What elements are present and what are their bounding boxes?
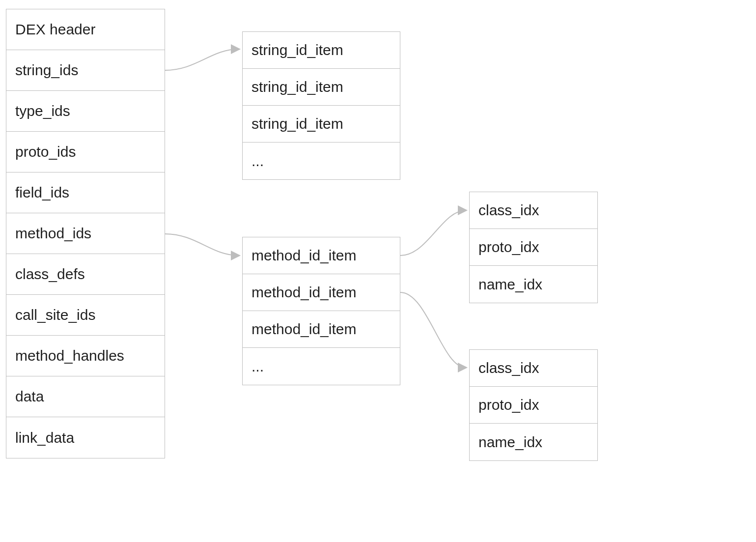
method-id-item: method_id_item bbox=[243, 311, 400, 348]
method-detail-field: name_idx bbox=[470, 424, 597, 460]
dex-section: type_ids bbox=[6, 91, 165, 132]
method-id-list-box: method_id_item method_id_item method_id_… bbox=[242, 237, 400, 385]
dex-section: link_data bbox=[6, 417, 165, 458]
dex-section: field_ids bbox=[6, 172, 165, 213]
method-detail-field: class_idx bbox=[470, 192, 597, 229]
method-detail-field: name_idx bbox=[470, 266, 597, 303]
method-detail-field: proto_idx bbox=[470, 229, 597, 266]
dex-section: proto_ids bbox=[6, 132, 165, 172]
method-id-item: method_id_item bbox=[243, 274, 400, 311]
diagram-canvas: DEX header string_ids type_ids proto_ids… bbox=[0, 0, 756, 542]
arrow-method-item-bottom bbox=[400, 292, 466, 368]
arrow-method-ids bbox=[165, 234, 239, 256]
method-detail-box-1: class_idx proto_idx name_idx bbox=[469, 192, 598, 303]
dex-section: method_handles bbox=[6, 336, 165, 376]
dex-section: method_ids bbox=[6, 213, 165, 254]
method-detail-field: class_idx bbox=[470, 350, 597, 387]
string-id-list-box: string_id_item string_id_item string_id_… bbox=[242, 31, 400, 180]
dex-section: data bbox=[6, 376, 165, 417]
method-detail-field: proto_idx bbox=[470, 387, 597, 424]
method-detail-box-2: class_idx proto_idx name_idx bbox=[469, 349, 598, 461]
dex-section: DEX header bbox=[6, 9, 165, 50]
dex-section: string_ids bbox=[6, 50, 165, 91]
dex-sections-box: DEX header string_ids type_ids proto_ids… bbox=[6, 9, 165, 458]
string-id-item: string_id_item bbox=[243, 106, 400, 143]
method-id-item: method_id_item bbox=[243, 237, 400, 274]
arrow-string-ids bbox=[165, 49, 239, 70]
method-id-item-ellipsis: ... bbox=[243, 348, 400, 385]
string-id-item: string_id_item bbox=[243, 69, 400, 106]
dex-section: class_defs bbox=[6, 254, 165, 295]
arrow-method-item-top bbox=[400, 210, 466, 256]
dex-section: call_site_ids bbox=[6, 295, 165, 336]
string-id-item: string_id_item bbox=[243, 32, 400, 69]
string-id-item-ellipsis: ... bbox=[243, 143, 400, 179]
